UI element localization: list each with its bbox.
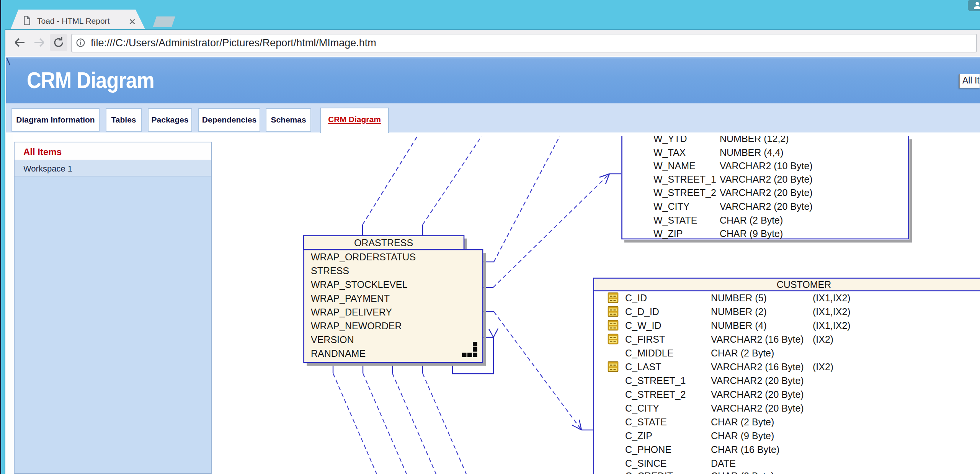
svg-text:C_W_ID: C_W_ID [625, 320, 661, 331]
svg-text:W_STREET_2: W_STREET_2 [653, 187, 716, 198]
svg-text:C_STREET_1: C_STREET_1 [625, 375, 686, 386]
svg-text:C_MIDDLE: C_MIDDLE [625, 348, 673, 358]
svg-text:C_D_ID: C_D_ID [625, 306, 659, 317]
svg-text:VARCHAR2 (20 Byte): VARCHAR2 (20 Byte) [711, 389, 804, 400]
svg-text:ORASTRESS: ORASTRESS [354, 237, 413, 248]
svg-text:WRAP_NEWORDER: WRAP_NEWORDER [311, 320, 402, 331]
svg-text:WRAP_ORDERSTATUS: WRAP_ORDERSTATUS [311, 252, 416, 262]
svg-text:C_ZIP: C_ZIP [625, 430, 652, 441]
svg-text:CUSTOMER: CUSTOMER [777, 279, 831, 290]
svg-text:NUMBER (5): NUMBER (5) [711, 293, 767, 303]
svg-text:CHAR (2 Byte): CHAR (2 Byte) [720, 215, 783, 226]
svg-text:CHAR (16 Byte): CHAR (16 Byte) [711, 444, 779, 455]
svg-text:VERSION: VERSION [311, 334, 354, 345]
svg-text:CHAR (2 Byte): CHAR (2 Byte) [711, 348, 774, 358]
svg-text:W_STREET_1: W_STREET_1 [653, 174, 716, 185]
svg-text:C_STREET_2: C_STREET_2 [625, 389, 686, 400]
svg-text:NUMBER (4): NUMBER (4) [711, 320, 767, 331]
svg-text:W_YTD: W_YTD [653, 134, 687, 144]
svg-text:(IX1,IX2): (IX1,IX2) [813, 320, 851, 331]
svg-text:WRAP_PAYMENT: WRAP_PAYMENT [311, 293, 390, 304]
svg-text:VARCHAR2 (16 Byte): VARCHAR2 (16 Byte) [711, 334, 804, 345]
svg-text:C_FIRST: C_FIRST [625, 334, 665, 345]
svg-text:C_SINCE: C_SINCE [625, 458, 666, 469]
svg-text:VARCHAR2 (20 Byte): VARCHAR2 (20 Byte) [711, 375, 804, 386]
svg-text:C_LAST: C_LAST [625, 361, 661, 372]
svg-text:C_CITY: C_CITY [625, 403, 659, 414]
svg-text:C_ID: C_ID [625, 293, 647, 303]
svg-text:VARCHAR2 (10 Byte): VARCHAR2 (10 Byte) [720, 160, 813, 171]
svg-text:NUMBER (2): NUMBER (2) [711, 306, 767, 317]
svg-text:DATE: DATE [711, 458, 736, 469]
svg-text:RANDNAME: RANDNAME [311, 348, 366, 359]
svg-text:WRAP_DELIVERY: WRAP_DELIVERY [311, 307, 392, 317]
svg-text:W_TAX: W_TAX [653, 147, 686, 158]
svg-text:W_CITY: W_CITY [653, 201, 690, 212]
svg-text:NUMBER (12,2): NUMBER (12,2) [720, 134, 789, 144]
svg-text:CHAR (9 Byte): CHAR (9 Byte) [720, 228, 783, 239]
svg-text:VARCHAR2 (20 Byte): VARCHAR2 (20 Byte) [720, 201, 813, 212]
svg-text:(IX2): (IX2) [813, 361, 833, 372]
svg-text:WRAP_STOCKLEVEL: WRAP_STOCKLEVEL [311, 279, 408, 290]
svg-text:C_STATE: C_STATE [625, 417, 667, 427]
svg-text:(IX2): (IX2) [813, 334, 833, 345]
svg-text:W_ZIP: W_ZIP [653, 228, 683, 239]
svg-text:C_CREDIT: C_CREDIT [625, 471, 673, 474]
svg-text:VARCHAR2 (20 Byte): VARCHAR2 (20 Byte) [711, 403, 804, 414]
svg-text:STRESS: STRESS [311, 265, 349, 276]
svg-text:CHAR (2 Byte): CHAR (2 Byte) [711, 471, 774, 474]
svg-text:C_PHONE: C_PHONE [625, 444, 671, 455]
svg-text:W_STATE: W_STATE [653, 215, 697, 226]
svg-text:(IX1,IX2): (IX1,IX2) [813, 293, 851, 303]
svg-text:W_NAME: W_NAME [653, 160, 696, 171]
svg-text:VARCHAR2 (16 Byte): VARCHAR2 (16 Byte) [711, 361, 804, 372]
svg-text:VARCHAR2 (20 Byte): VARCHAR2 (20 Byte) [720, 174, 813, 185]
svg-text:VARCHAR2 (20 Byte): VARCHAR2 (20 Byte) [720, 187, 813, 198]
svg-text:CHAR (2 Byte): CHAR (2 Byte) [711, 417, 774, 427]
svg-text:CHAR (9 Byte): CHAR (9 Byte) [711, 430, 774, 441]
svg-text:(IX1,IX2): (IX1,IX2) [813, 306, 851, 317]
svg-text:NUMBER (4,4): NUMBER (4,4) [720, 147, 784, 158]
